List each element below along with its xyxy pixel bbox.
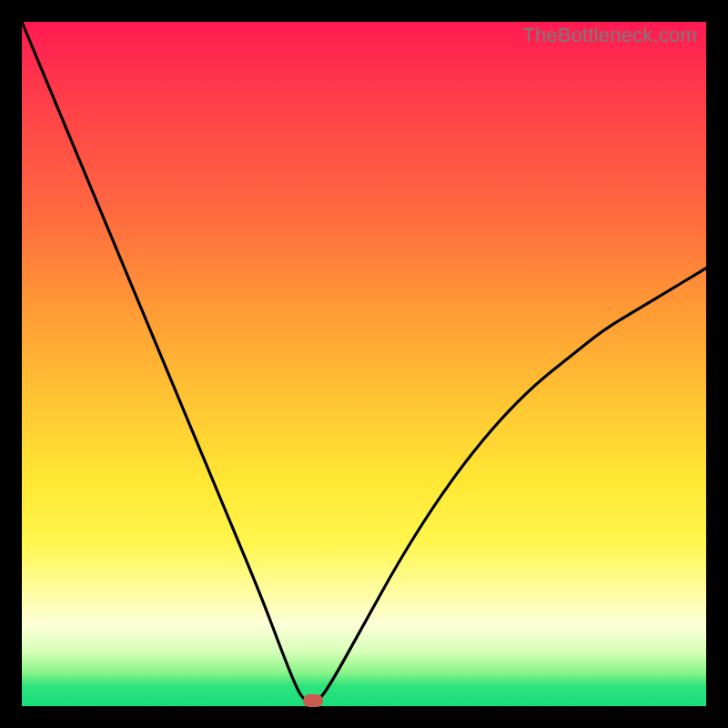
chart-frame: TheBottleneck.com <box>0 0 728 728</box>
bottleneck-curve <box>22 22 706 706</box>
minimum-marker <box>303 694 323 707</box>
plot-area: TheBottleneck.com <box>22 22 706 706</box>
